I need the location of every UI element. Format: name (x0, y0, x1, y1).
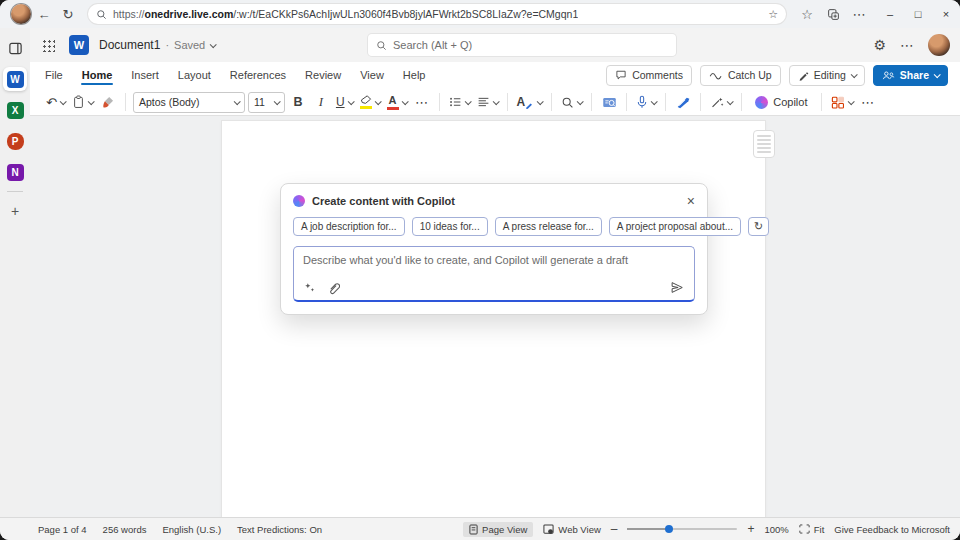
editor-button[interactable] (673, 91, 693, 113)
header-search[interactable] (368, 34, 676, 56)
search-input[interactable] (393, 39, 668, 51)
tab-layout[interactable]: Layout (177, 65, 212, 85)
quick-toolbar: ↶ Aptos (Body) 11 B I U (30, 88, 960, 116)
prompt-input-box (293, 246, 695, 302)
collections-icon[interactable] (822, 2, 844, 26)
tab-insert[interactable]: Insert (130, 65, 160, 85)
tab-references[interactable]: References (229, 65, 287, 85)
browser-more-menu[interactable]: ⋯ (848, 2, 870, 26)
sidebar-add-button[interactable]: + (3, 199, 27, 223)
styles-button[interactable]: A (515, 91, 545, 113)
copilot-button[interactable]: Copilot (749, 91, 813, 113)
tab-help[interactable]: Help (402, 65, 427, 85)
designer-grid-icon (831, 96, 845, 109)
browser-back-button[interactable]: ← (32, 2, 56, 26)
send-button[interactable] (669, 280, 685, 295)
web-view-button[interactable]: Web View (543, 524, 600, 535)
zoom-level[interactable]: 100% (764, 524, 788, 535)
bold-button[interactable]: B (288, 91, 308, 113)
refresh-suggestions-button[interactable]: ↻ (748, 217, 769, 236)
copilot-icon (293, 195, 305, 207)
prompt-input[interactable] (303, 254, 685, 278)
page-view-button[interactable]: Page View (463, 522, 533, 537)
bookmark-star-icon[interactable]: ☆ (768, 8, 778, 21)
sidebar-item-powerpoint[interactable]: P (3, 129, 27, 153)
chip-ideas[interactable]: 10 ideas for... (412, 217, 488, 236)
page-count[interactable]: Page 1 of 4 (38, 524, 87, 535)
paste-button[interactable] (70, 91, 95, 113)
auto-rewrite-button[interactable] (708, 91, 734, 113)
text-predictions[interactable]: Text Predictions: On (237, 524, 322, 535)
zoom-slider-thumb[interactable] (665, 525, 673, 533)
dictate-button[interactable] (634, 91, 658, 113)
favorites-icon[interactable]: ☆ (796, 2, 818, 26)
document-page[interactable] (222, 121, 765, 517)
tab-file[interactable]: File (44, 65, 64, 85)
zoom-slider[interactable] (627, 528, 737, 530)
font-more-options[interactable]: ⋯ (412, 91, 432, 113)
chevron-down-icon (727, 98, 734, 105)
browser-refresh-button[interactable]: ↻ (56, 2, 80, 26)
tab-home[interactable]: Home (81, 65, 114, 85)
chip-project-proposal[interactable]: A project proposal about... (609, 217, 741, 236)
toolbar-more-options[interactable]: ⋯ (858, 91, 878, 113)
attach-file-icon[interactable] (327, 281, 340, 295)
format-painter-button[interactable] (98, 91, 118, 113)
tab-view[interactable]: View (359, 65, 385, 85)
chevron-down-icon (374, 98, 381, 105)
underline-button[interactable]: U (334, 91, 355, 113)
immersive-reader-button[interactable] (599, 91, 619, 113)
address-bar[interactable]: https://onedrive.live.com/:w:/t/EaCKkPs6… (88, 4, 786, 24)
word-logo-icon[interactable]: W (69, 35, 89, 55)
find-button[interactable] (559, 91, 584, 113)
browser-toolbar: ← ↻ https://onedrive.live.com/:w:/t/EaCK… (0, 0, 960, 28)
close-button[interactable]: × (932, 2, 960, 26)
italic-button[interactable]: I (311, 91, 331, 113)
chip-press-release[interactable]: A press release for... (495, 217, 602, 236)
word-header: W Document1 · Saved ⚙ ⋯ (30, 28, 960, 62)
font-color-button[interactable]: A (385, 91, 409, 113)
catch-up-button[interactable]: Catch Up (700, 65, 781, 86)
minimize-button[interactable]: – (876, 2, 904, 26)
share-button[interactable]: Share (873, 65, 948, 86)
sidebar-item-onenote[interactable]: N (3, 160, 27, 184)
sidebar-item-excel[interactable]: X (3, 98, 27, 122)
browser-window: ← ↻ https://onedrive.live.com/:w:/t/EaCK… (0, 0, 960, 540)
sidebar-item-word[interactable]: W (3, 67, 27, 91)
chevron-down-icon (934, 71, 941, 78)
zoom-in-button[interactable]: + (747, 522, 754, 536)
floating-card[interactable] (753, 130, 775, 158)
fit-button[interactable]: Fit (799, 524, 825, 535)
chevron-down-icon (850, 71, 857, 78)
sidebar-toggle-icon[interactable] (3, 36, 27, 60)
copilot-icon (755, 96, 768, 109)
feedback-link[interactable]: Give Feedback to Microsoft (834, 524, 950, 535)
bullet-list-button[interactable] (447, 91, 472, 113)
account-avatar[interactable] (928, 34, 950, 56)
maximize-button[interactable]: □ (904, 2, 932, 26)
document-title[interactable]: Document1 · Saved (99, 38, 215, 52)
app-launcher-icon[interactable] (42, 39, 55, 52)
language[interactable]: English (U.S.) (162, 524, 221, 535)
designer-button[interactable] (829, 91, 855, 113)
people-icon (882, 70, 895, 81)
zoom-out-button[interactable]: – (611, 522, 618, 536)
rewrite-sparkle-icon[interactable] (303, 281, 317, 294)
dialog-close-icon[interactable]: × (687, 194, 695, 208)
align-button[interactable] (475, 91, 500, 113)
editing-mode-button[interactable]: Editing (789, 65, 865, 86)
find-icon (561, 96, 574, 109)
reader-icon (602, 96, 617, 109)
highlight-button[interactable] (358, 91, 382, 113)
font-name-select[interactable]: Aptos (Body) (133, 92, 245, 113)
header-more-menu[interactable]: ⋯ (900, 38, 914, 52)
settings-gear-icon[interactable]: ⚙ (873, 38, 886, 52)
chevron-down-icon (234, 98, 241, 105)
chip-job-description[interactable]: A job description for... (293, 217, 405, 236)
word-count[interactable]: 256 words (103, 524, 147, 535)
tab-review[interactable]: Review (304, 65, 342, 85)
font-size-select[interactable]: 11 (248, 92, 285, 113)
status-bar: Page 1 of 4 256 words English (U.S.) Tex… (0, 517, 960, 540)
undo-button[interactable]: ↶ (44, 91, 67, 113)
comments-button[interactable]: Comments (606, 65, 692, 86)
